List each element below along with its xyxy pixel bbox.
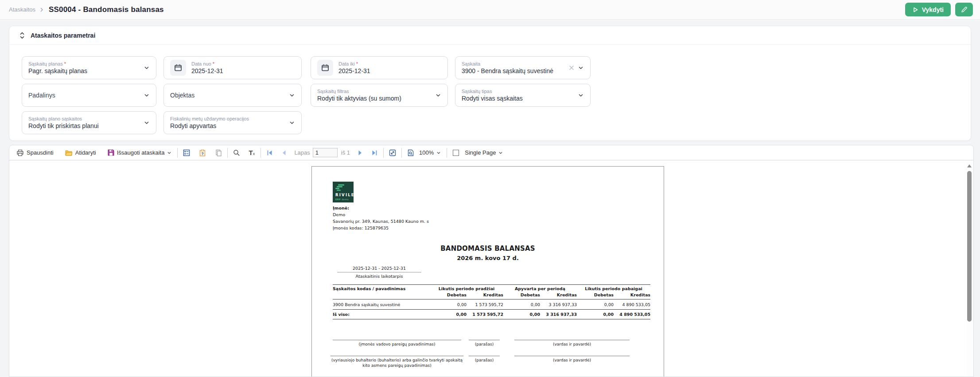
checkbox-icon[interactable] <box>453 150 459 156</box>
clipboard-icon[interactable]: ? <box>197 147 208 159</box>
parameters-panel-icon[interactable] <box>181 147 192 159</box>
page-title: SS0004 - Bandomasis balansas <box>49 5 164 14</box>
account-name: 3900 Bendra sąskaitų suvestinė <box>333 302 430 307</box>
field-fiskaliniu-metu-operacijos[interactable]: Fiskalinių metų uždarymo operacijos Rody… <box>163 111 302 134</box>
field-label: Sąskaitų plano sąskaitos <box>28 116 140 121</box>
zoom-level-dropdown[interactable]: 100% <box>416 147 443 159</box>
field-label: Sąskaita <box>462 61 565 66</box>
signature-caption: (įmonės vadovo pareigų pavadinimas) <box>333 340 461 347</box>
chevron-down-icon[interactable] <box>144 120 150 126</box>
trial-balance-table: Sąskaitos kodas / pavadinimas Likutis pe… <box>333 284 650 319</box>
chevron-down-icon[interactable] <box>289 92 295 98</box>
chevron-down-icon <box>498 151 503 155</box>
logo-sub-erp: ERP <box>335 198 341 201</box>
total-value: 1 573 595,72 <box>467 312 503 317</box>
subheader-credit: Kreditas <box>614 292 650 297</box>
field-saskaitu-tipas[interactable]: Sąskaitų tipas Rodyti visas sąskaitas <box>455 84 591 107</box>
cell-value: 4 890 533,05 <box>614 302 650 307</box>
column-group-turnover: Apyvarta per periodą <box>503 286 577 291</box>
vertical-scrollbar[interactable] <box>966 160 972 377</box>
page-label: Lapas <box>294 149 310 156</box>
subheader-debit: Debetas <box>503 292 540 297</box>
text-selection-icon[interactable]: Tx <box>246 147 257 159</box>
clear-icon[interactable] <box>569 65 574 70</box>
total-value: 4 890 533,05 <box>614 312 650 317</box>
signature-name-line: (vardas ir pavardė) <box>514 356 630 363</box>
run-button[interactable]: Vykdyti <box>905 3 951 16</box>
signature-caption: (vyriausiojo buhalterio (buhalterio) arb… <box>331 356 463 368</box>
field-saskaitu-filtras[interactable]: Sąskaitų filtras Rodyti tik aktyvias (su… <box>311 84 448 107</box>
chevron-down-icon[interactable] <box>578 92 584 98</box>
top-bar: Ataskaitos SS0004 - Bandomasis balansas … <box>0 0 980 19</box>
zoom-value: 100% <box>419 149 434 156</box>
report-date: 2026 m. kovo 17 d. <box>312 255 664 261</box>
single-page-toggle[interactable]: Single Page <box>450 147 506 159</box>
printer-icon <box>16 149 24 156</box>
copy-pages-icon[interactable] <box>213 147 224 159</box>
field-value: Rodyti visas sąskaitas <box>462 95 574 102</box>
collapse-icon[interactable] <box>19 32 25 39</box>
chevron-down-icon[interactable] <box>289 120 295 126</box>
field-label: Data nuo <box>191 61 211 66</box>
breadcrumb[interactable]: Ataskaitos <box>9 6 35 13</box>
calendar-icon[interactable] <box>317 60 333 76</box>
save-report-button[interactable]: Išsaugoti ataskaita <box>105 147 175 159</box>
subheader-credit: Kreditas <box>540 292 577 297</box>
signature-line: (parašas) <box>469 356 500 363</box>
field-padalinys[interactable]: Padalinys <box>22 84 156 107</box>
open-button[interactable]: Atidaryti <box>62 147 99 159</box>
field-saskaitu-planas[interactable]: Sąskaitų planas * Pagr. sąskaitų planas <box>22 56 156 79</box>
scroll-up-arrow-icon[interactable] <box>967 164 972 167</box>
logo-brand-text: RIVILE <box>335 193 355 197</box>
print-button[interactable]: Spausdinti <box>14 147 56 159</box>
table-total-row: Iš viso: 0,00 1 573 595,72 0,00 3 316 93… <box>333 310 650 319</box>
report-page: RIVILE ERP demo Įmonė: Demo Savanorių pr… <box>311 166 664 377</box>
pencil-icon <box>961 6 968 13</box>
field-saskaitu-plano-saskaitos[interactable]: Sąskaitų plano sąskaitos Rodyti tik pris… <box>22 111 156 134</box>
play-icon <box>912 7 918 13</box>
search-icon[interactable] <box>231 147 242 159</box>
first-page-icon[interactable] <box>264 147 276 159</box>
save-label: Išsaugoti ataskaita <box>117 149 165 156</box>
cell-value: 0,00 <box>430 302 467 307</box>
parameters-title: Ataskaitos parametrai <box>31 32 95 39</box>
field-value: 2025-12-31 <box>338 67 441 74</box>
logo-sub-demo: demo <box>342 198 349 201</box>
edit-button[interactable] <box>955 3 973 16</box>
total-value: 0,00 <box>430 312 467 317</box>
signature-name-line: (vardas ir pavardė) <box>514 340 630 347</box>
fullscreen-icon[interactable] <box>387 147 398 159</box>
field-value: Rodyti apyvartas <box>170 122 285 129</box>
period-label: Ataskaitinis laikotarpis <box>337 272 421 279</box>
subheader-credit: Kreditas <box>467 292 503 297</box>
field-value: Rodyti tik aktyvias (su sumom) <box>317 95 432 102</box>
chevron-down-icon[interactable] <box>144 92 150 98</box>
field-saskaita[interactable]: Sąskaita 3900 - Bendra sąskaitų suvestin… <box>455 56 591 79</box>
column-header-account: Sąskaitos kodas / pavadinimas <box>333 286 430 291</box>
previous-page-icon[interactable] <box>278 147 290 159</box>
total-value: 0,00 <box>577 312 614 317</box>
next-page-icon[interactable] <box>354 147 366 159</box>
parameters-header[interactable]: Ataskaitos parametrai <box>9 26 971 45</box>
field-value: 3900 - Bendra sąskaitų suvestinė <box>462 67 565 74</box>
run-button-label: Vykdyti <box>922 6 944 13</box>
open-label: Atidaryti <box>75 149 96 156</box>
field-label: Fiskalinių metų uždarymo operacijos <box>170 116 285 121</box>
viewer-canvas: RIVILE ERP demo Įmonė: Demo Savanorių pr… <box>9 160 973 377</box>
zoom-page-icon[interactable] <box>405 147 416 159</box>
chevron-down-icon[interactable] <box>578 65 584 71</box>
field-data-iki[interactable]: Data iki * 2025-12-31 <box>311 56 448 79</box>
print-label: Spausdinti <box>27 149 54 156</box>
scrollbar-thumb[interactable] <box>967 171 972 322</box>
signature-line: (parašas) <box>469 340 500 347</box>
chevron-down-icon[interactable] <box>144 65 150 71</box>
cell-value: 1 573 595,72 <box>467 302 503 307</box>
page-number-input[interactable] <box>313 148 338 157</box>
chevron-down-icon[interactable] <box>435 92 441 98</box>
single-page-label: Single Page <box>465 149 496 156</box>
last-page-icon[interactable] <box>369 147 380 159</box>
field-objektas[interactable]: Objektas <box>163 84 302 107</box>
calendar-icon[interactable] <box>170 60 186 76</box>
field-data-nuo[interactable]: Data nuo * 2025-12-31 <box>163 56 302 79</box>
logo-bars-icon <box>335 184 344 191</box>
